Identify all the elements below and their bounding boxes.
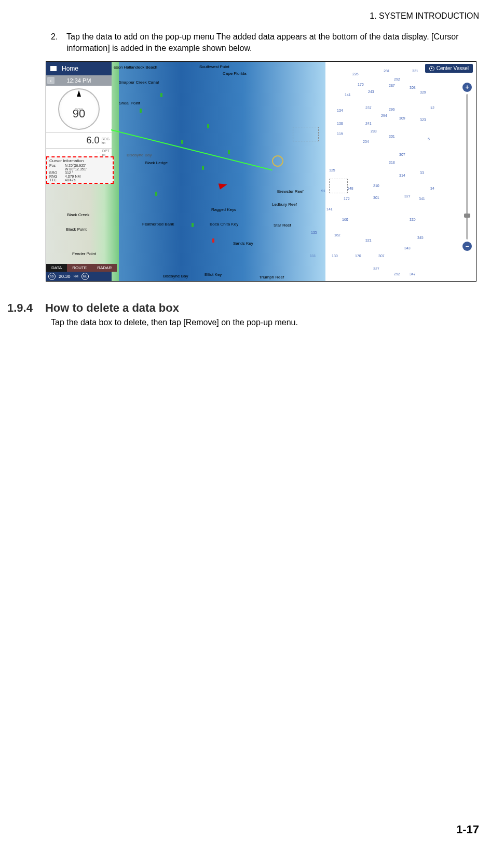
sog-unit: SOGkn	[101, 137, 110, 144]
ais-target-icon[interactable]	[160, 93, 162, 97]
dpt-unit: DPTm	[102, 149, 110, 156]
fishing-zone-icon	[293, 127, 319, 141]
fishing-zone-icon	[329, 179, 348, 193]
sounding: 327	[404, 194, 411, 198]
map-label: Shoal Point	[119, 101, 140, 105]
map-sea	[119, 62, 325, 281]
figure-screenshot: Home ‹ 12:34 PM COG 90 6.0 SOGkn --- DPT…	[46, 61, 476, 282]
sounding: 345	[417, 236, 424, 239]
map-label: Featherbed Bank	[142, 222, 174, 227]
sounding: 141	[345, 93, 351, 97]
sounding: 314	[399, 174, 405, 177]
map-label: Triumph Reef	[259, 275, 284, 279]
map-label: Southwest Point	[199, 64, 229, 69]
step-text: Tap the data to add on the pop-up menu T…	[66, 31, 479, 55]
gauge-dial: COG 90	[58, 88, 100, 130]
compass-ring-icon	[272, 155, 283, 167]
gauge-needle-icon	[77, 90, 81, 97]
tab-route[interactable]: ROUTE	[67, 264, 92, 272]
ais-target-icon[interactable]	[155, 192, 157, 196]
sog-display[interactable]: 6.0 SOGkn	[46, 132, 112, 148]
map-label: Boca Chita Key	[210, 222, 238, 227]
sounding: 318	[389, 161, 395, 164]
sounding: 243	[368, 90, 374, 94]
zoom-thumb-icon[interactable]	[464, 214, 470, 218]
dpt-display[interactable]: --- DPTm	[46, 148, 112, 156]
map-label: Brewster Reef	[277, 189, 304, 194]
nu-badge-icon[interactable]: NU	[81, 273, 89, 280]
sounding: 292	[394, 272, 400, 276]
section-title: How to delete a data box	[45, 301, 179, 315]
ci-row-value: N 25°36.925'	[65, 164, 86, 167]
gauge-cog-label: COG	[75, 108, 83, 111]
step-item-2: 2. Tap the data to add on the pop-up men…	[51, 31, 479, 55]
sounding: 237	[365, 106, 372, 110]
sounding: 125	[329, 168, 335, 172]
bottom-tabs: DATA ROUTE RADAR	[46, 264, 117, 272]
ais-target-icon[interactable]	[202, 166, 204, 170]
3d-badge-icon[interactable]: 3D	[48, 273, 56, 280]
ci-row-value: 4.079 NM	[65, 175, 80, 178]
back-icon[interactable]: ‹	[47, 77, 55, 84]
sounding: 148	[347, 187, 353, 190]
sounding: 254	[363, 140, 369, 143]
data-sidebar: Home ‹ 12:34 PM COG 90 6.0 SOGkn --- DPT…	[46, 62, 112, 156]
sounding: 341	[419, 197, 425, 201]
sounding: 141	[326, 207, 333, 211]
sounding: 329	[420, 90, 426, 94]
ais-target-icon[interactable]	[228, 150, 230, 154]
time-display: ‹ 12:34 PM	[46, 75, 112, 86]
center-vessel-button[interactable]: Center Vessel	[425, 64, 473, 73]
target-icon	[429, 66, 434, 71]
ais-target-icon[interactable]	[140, 109, 142, 113]
zoom-slider[interactable]	[466, 94, 468, 239]
sounding: 327	[373, 267, 379, 271]
map-label: Elliot Key	[205, 272, 222, 277]
ais-target-icon[interactable]	[181, 140, 183, 144]
ci-row-label: Pos	[49, 164, 65, 167]
time-value: 12:34 PM	[66, 77, 91, 84]
scale-bar[interactable]: 3D 20.30 NM NU	[46, 272, 112, 281]
sounding: 241	[365, 122, 372, 125]
ais-target-icon[interactable]	[207, 124, 209, 128]
ais-target-icon[interactable]	[212, 238, 214, 243]
cursor-information-box[interactable]: Cursor Information PosN 25°36.925' W 80°…	[46, 156, 114, 184]
map-label: Ledbury Reef	[272, 202, 297, 207]
home-label: Home	[62, 65, 78, 72]
sounding: 281	[384, 69, 390, 73]
home-button[interactable]: Home	[46, 62, 112, 75]
map-label: Black Point	[66, 227, 87, 232]
cog-gauge[interactable]: COG 90	[46, 86, 112, 132]
sounding: 226	[352, 72, 359, 76]
sounding: 307	[399, 153, 405, 156]
sounding: 170	[355, 254, 361, 258]
sounding: 111	[310, 254, 316, 258]
sounding: 309	[399, 116, 405, 120]
tab-data[interactable]: DATA	[46, 264, 67, 272]
map-label: Biscayne Bay	[127, 153, 152, 157]
sounding: 162	[334, 233, 340, 237]
ci-row-value: 40'47s	[65, 178, 75, 182]
scale-unit: NM	[74, 275, 78, 278]
sounding: 301	[373, 196, 379, 199]
sounding: 292	[394, 77, 400, 81]
sounding: 308	[410, 86, 416, 89]
sog-value: 6.0	[86, 135, 99, 146]
sounding: 301	[389, 135, 395, 138]
sounding: 287	[389, 84, 395, 87]
dpt-value: ---	[95, 150, 100, 155]
sounding: 119	[337, 132, 343, 136]
tab-radar[interactable]: RADAR	[92, 264, 117, 272]
sounding: 5	[428, 137, 430, 141]
zoom-out-button[interactable]: −	[462, 242, 472, 251]
ais-target-icon[interactable]	[192, 223, 194, 227]
page-number: 1-17	[456, 823, 479, 836]
sounding: 172	[344, 197, 350, 201]
zoom-in-button[interactable]: +	[462, 83, 472, 92]
home-grid-icon	[50, 66, 57, 71]
sounding: 335	[410, 218, 416, 221]
map-label: Black Ledge	[145, 161, 168, 165]
ci-row-value: 312 °	[65, 171, 73, 175]
map-label: Sands Key	[233, 241, 253, 246]
sounding: 34	[430, 187, 434, 190]
